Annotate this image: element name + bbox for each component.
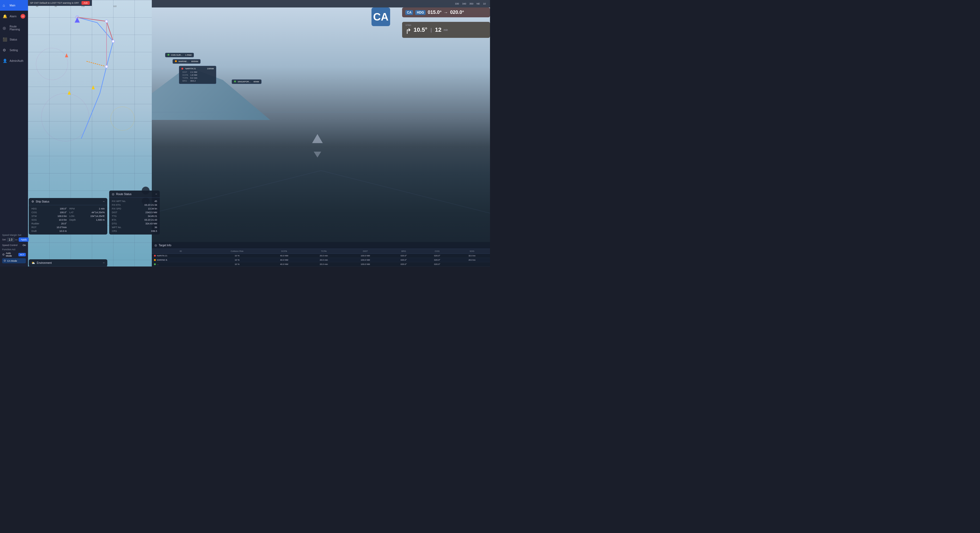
notification-text: SP CNT Default to LOST TGT warning is OF…: [30, 2, 79, 4]
ship-rudder-row: Rudder 20.0°: [32, 222, 67, 225]
sidebar-item-status[interactable]: ⬛ Status: [0, 34, 28, 45]
apply-button[interactable]: Apply: [19, 238, 29, 242]
ship-status-body: HDG 100.0° COG 100.0° STW 100.0 kn SOG 1…: [29, 205, 107, 235]
ship-draft-key: Draft: [32, 230, 46, 232]
nav-arrow-up-large: [312, 134, 323, 143]
ca-mode-label: CA Mode: [7, 260, 24, 262]
ship-stw-key: STW: [32, 215, 46, 217]
crs-row: CRS 036.5: [112, 229, 157, 233]
fix-wpt-val: 45: [154, 200, 157, 203]
shore-land: [152, 53, 270, 120]
col-id: ID: [152, 249, 210, 254]
sidebar-item-main[interactable]: ⌂ Main: [0, 0, 28, 11]
nav-arrow-down-large: [314, 152, 321, 158]
row2-dcpa: 40.0 NM: [264, 258, 304, 262]
ship-status-close[interactable]: −: [103, 199, 105, 203]
stbd-min-label: min: [444, 29, 448, 32]
ship-status-col-left: HDG 100.0° COG 100.0° STW 100.0 kn SOG 1…: [32, 207, 67, 233]
auto-mode-label: Auto Mode: [6, 252, 18, 257]
sidebar: ⌂ Main 🔔 Alarm 11 ◎ Route Planning ⬛ Sta…: [0, 0, 28, 266]
row1-brg: 020.0°: [387, 254, 420, 258]
eta-val: 03.23 21:43: [144, 219, 157, 221]
environment-close[interactable]: −: [103, 261, 105, 265]
row2-brg: 020.0°: [387, 258, 420, 262]
row3-sog: [454, 262, 490, 266]
crs-val: 036.5: [151, 230, 157, 232]
fix-eta-val: 03.23 21:34: [144, 204, 157, 206]
fix-wpt-key: FIX WPT No.: [112, 200, 126, 203]
table-row[interactable]: NARITA 21 10 % 40.0 NM 20.0 min 100.0 NM…: [152, 254, 490, 258]
act-button[interactable]: ACT: [18, 253, 26, 256]
function-act-label: Function Act: [2, 248, 26, 251]
auto-mode-row[interactable]: ⚙ Auto Mode ACT: [2, 252, 26, 257]
dtg-key: DTG: [112, 222, 126, 225]
row3-brg: 020.0°: [387, 262, 420, 266]
detail-dist-key: DIST: [181, 71, 189, 73]
speed-set-input[interactable]: [7, 238, 14, 242]
col-dist: DIST: [344, 249, 387, 254]
col-tcpa: TCPA: [304, 249, 344, 254]
ca-mode-row[interactable]: ⚙ CA Mode: [2, 258, 26, 263]
chn-label: CHN SUR...: [171, 54, 182, 56]
environment-title: Environment: [37, 262, 101, 264]
sidebar-item-setting[interactable]: ⚙ Setting: [0, 45, 28, 56]
detail-dcpa-val: 1.8 NM: [189, 73, 199, 77]
detail-brg-val: 004.2: [189, 80, 199, 82]
compass-bar: 330 340 350 NE 10: [152, 0, 490, 8]
ship-rudder-val: 20.0°: [61, 222, 67, 225]
hdg-target-value: 020.0°: [450, 10, 464, 15]
wpt-no-row: WPT No. 36: [112, 225, 157, 229]
route-icon: ◎: [3, 26, 8, 30]
compass-330: 330: [455, 2, 459, 5]
row2-id: MARINE B.: [152, 258, 210, 262]
ca-mode-icon: ⚙: [3, 259, 6, 263]
row1-dcpa: 40.0 NM: [264, 254, 304, 258]
narita-label: NARITA 21: [185, 67, 196, 70]
stbd-label: STBD: [406, 24, 411, 26]
stbd-minutes: 12: [435, 26, 441, 34]
ack-button[interactable]: Ack: [81, 1, 90, 5]
compass-350: 350: [469, 2, 473, 5]
table-row[interactable]: MARINE B. 10 % 40.0 NM 20.0 min 100.0 NM…: [152, 258, 490, 262]
marine-dot: [175, 60, 177, 62]
stbd-separator: |: [431, 27, 432, 33]
range-ring-1: [41, 93, 89, 141]
vessel-popup-singapor[interactable]: SINGAPOR... 40NM: [232, 80, 261, 84]
ship-status-panel: ⚙ Ship Status − HDG 100.0° COG 100.0° ST…: [29, 198, 107, 235]
chn-dot: [167, 54, 169, 56]
ship-depth-val: 1,500 m: [96, 219, 105, 221]
route-status-close[interactable]: −: [155, 192, 157, 196]
chn-dist: 1.5NM: [185, 54, 192, 56]
ship-rudder-key: Rudder: [32, 222, 46, 225]
table-row[interactable]: ... 10 % 40.0 NM 20.0 min 100.0 NM 020.0…: [152, 262, 490, 266]
vessel-popup-chn[interactable]: CHN SUR... 1.5NM: [165, 53, 194, 57]
ship-lat-key: LAT: [70, 211, 84, 214]
narita-dot: [181, 68, 183, 70]
ship-sog-key: SOG: [32, 219, 46, 221]
ship-stw-row: STW 100.0 kn: [32, 214, 67, 218]
row3-cog: 020.0°: [420, 262, 454, 266]
ship-hdg-row: HDG 100.0°: [32, 207, 67, 211]
col-cog: COG: [420, 249, 454, 254]
target-info-icon: ◎: [154, 244, 157, 247]
ship-status-title: Ship Status: [36, 200, 101, 203]
ship-draft-row: Draft 10.0 m: [32, 229, 67, 233]
sidebar-item-route-planning[interactable]: ◎ Route Planning: [0, 22, 28, 34]
route-status-header: ◎ Route Status −: [109, 190, 160, 198]
wpt-no-key: WPT No.: [112, 226, 126, 229]
auto-mode-icon: ⚙: [2, 253, 5, 256]
row2-tcpa: 20.0 min: [304, 258, 344, 262]
speed-controls-container: Speed Margin Set Set kn Apply Speed Cont…: [0, 231, 28, 266]
hdg-panel: CA HDG 015.0° → 020.0°: [402, 8, 490, 18]
vessel-popup-narita[interactable]: NARITA 21 100NM DIST2.1 NM DCPA1.8 NM TC…: [179, 66, 216, 84]
dist-val: 2343.5 NM: [145, 211, 157, 214]
eta-key: ETA: [112, 219, 126, 221]
vessel-popup-marine[interactable]: MARINE... 800NM: [173, 59, 200, 64]
sea-projection-svg: [152, 165, 490, 219]
row1-dist: 100.0 NM: [344, 254, 387, 258]
sidebar-item-admin[interactable]: 👤 Admin/Auth: [0, 56, 28, 66]
sidebar-item-alarm[interactable]: 🔔 Alarm 11: [0, 11, 28, 22]
compass-340: 340: [462, 2, 466, 5]
range-ring-3: [110, 107, 135, 131]
route-status-body: FIX WPT No. 45 FIX ETA 03.23 21:34 FIX S…: [109, 198, 160, 235]
